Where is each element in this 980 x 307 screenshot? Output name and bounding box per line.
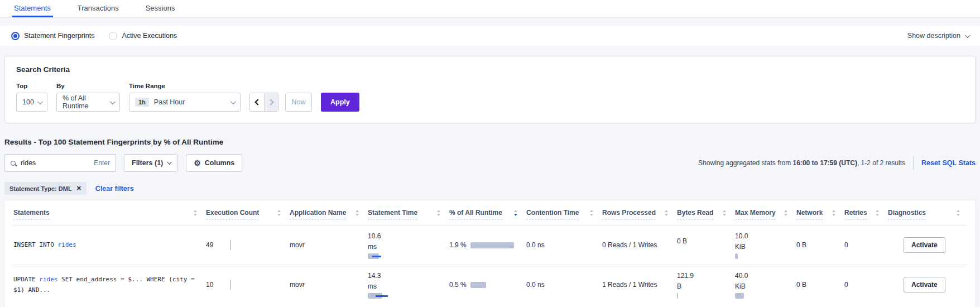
by-field: By % of All Runtime (56, 83, 120, 112)
activate-diagnostics-button[interactable]: Activate (904, 237, 945, 253)
sort-icon-active[interactable] (514, 210, 517, 216)
statement-cell[interactable]: INSERT INTO rides (12, 226, 205, 265)
network-cell: 0 B (795, 265, 843, 305)
network-cell: 0 B (795, 226, 843, 265)
columns-button[interactable]: ⚙ Columns (186, 154, 242, 172)
filters-button[interactable]: Filters (1) (124, 154, 178, 172)
sort-icon[interactable] (665, 210, 668, 216)
top-field: Top 100 (16, 83, 47, 112)
activate-diagnostics-button[interactable]: Activate (904, 277, 945, 292)
max-memory-cell: 40.0 KiB (734, 265, 795, 305)
col-header-statements: Statements (12, 200, 205, 226)
by-select-value: % of All Runtime (63, 94, 110, 110)
table-row: UPDATE rides SET end_address = $... WHER… (12, 265, 968, 305)
prev-time-button[interactable] (250, 93, 264, 111)
max-memory-bar (735, 253, 791, 259)
chevron-down-icon (230, 99, 236, 104)
sort-icon[interactable] (590, 210, 593, 216)
diagnostics-cell: Activate (887, 265, 968, 305)
execution-count-cell: 49 (205, 226, 289, 265)
bytes-read-cell: 121.9 B (676, 265, 734, 305)
now-button[interactable]: Now (285, 93, 312, 112)
count-bar (230, 240, 231, 250)
statements-table-panel: Statements Execution Count Application N… (4, 200, 976, 307)
application-name-cell: movr (289, 265, 367, 305)
time-range-label: Time Range (129, 83, 241, 89)
sort-icon[interactable] (194, 210, 197, 216)
next-time-button[interactable] (264, 93, 278, 111)
sort-icon[interactable] (356, 210, 359, 216)
search-value[interactable]: rides (21, 159, 94, 167)
time-nav-group (249, 93, 278, 112)
sort-icon[interactable] (832, 210, 835, 216)
sort-icon[interactable] (876, 210, 879, 216)
chevron-down-icon (37, 99, 43, 104)
chevron-down-icon (110, 99, 116, 104)
statements-table: Statements Execution Count Application N… (12, 200, 968, 304)
remove-filter-icon[interactable]: ✕ (76, 185, 81, 192)
statement-link[interactable]: rides (39, 276, 57, 283)
chevron-down-icon (965, 32, 971, 38)
tab-transactions[interactable]: Transactions (75, 4, 121, 17)
retries-cell: 0 (843, 265, 887, 305)
statement-link[interactable]: rides (57, 241, 76, 248)
col-header-runtime-pct: % of All Runtime (448, 200, 525, 226)
sort-icon[interactable] (784, 210, 787, 216)
col-header-statement-time: Statement Time (367, 200, 448, 226)
tab-sessions[interactable]: Sessions (143, 4, 177, 17)
top-select[interactable]: 100 (16, 93, 47, 112)
stats-time-range: 16:00 to 17:59 (UTC) (793, 159, 857, 167)
statement-cell[interactable]: UPDATE rides SET end_address = $... WHER… (12, 265, 205, 305)
results-toolbar: rides Enter Filters (1) ⚙ Columns Showin… (4, 154, 976, 172)
diagnostics-cell: Activate (887, 226, 968, 265)
col-header-application-name: Application Name (289, 200, 367, 226)
clear-filters-link[interactable]: Clear filters (95, 185, 134, 193)
col-header-bytes-read: Bytes Read (676, 200, 734, 226)
active-filters-row: Statement Type: DML ✕ Clear filters (4, 182, 976, 195)
radio-statement-fingerprints[interactable]: Statement Fingerprints (11, 32, 94, 40)
col-header-execution-count: Execution Count (205, 200, 289, 226)
contention-time-cell: 0.0 ns (525, 265, 601, 305)
aggregated-stats-text: Showing aggregated stats from 16:00 to 1… (698, 159, 905, 167)
col-header-rows-processed: Rows Processed (601, 200, 676, 226)
sort-icon[interactable] (723, 210, 726, 216)
col-header-contention-time: Contention Time (525, 200, 601, 226)
search-input[interactable]: rides Enter (4, 154, 116, 172)
retries-cell: 0 (843, 226, 887, 265)
sort-icon[interactable] (437, 210, 440, 216)
count-bar (230, 280, 231, 290)
reset-sql-stats-link[interactable]: Reset SQL Stats (921, 159, 976, 167)
application-name-cell: movr (289, 226, 367, 265)
radio-label: Active Executions (122, 32, 177, 40)
results-heading: Results - Top 100 Statement Fingerprints… (4, 138, 976, 146)
chevron-down-icon (167, 160, 171, 164)
top-label: Top (16, 83, 47, 89)
time-range-value: Past Hour (154, 98, 185, 106)
radio-selected-icon (11, 32, 20, 40)
table-header-row: Statements Execution Count Application N… (12, 200, 968, 226)
runtime-bar (470, 282, 486, 288)
sort-icon[interactable] (277, 210, 281, 216)
by-label: By (56, 83, 120, 89)
by-select[interactable]: % of All Runtime (56, 93, 120, 112)
time-range-select[interactable]: 1h Past Hour (129, 93, 241, 112)
rows-processed-cell: 0 Reads / 1 Writes (601, 226, 676, 265)
col-header-diagnostics: Diagnostics (887, 200, 968, 226)
bytes-read-bar (677, 248, 729, 254)
search-enter-button[interactable]: Enter (94, 159, 110, 167)
show-description-label: Show description (907, 32, 960, 40)
tab-statements[interactable]: Statements (12, 4, 53, 17)
runtime-bar (470, 242, 514, 248)
filter-chip-label: Statement Type: DML (9, 185, 72, 192)
search-icon (11, 161, 16, 166)
col-header-network: Network (795, 200, 843, 226)
rows-processed-cell: 1 Reads / 1 Writes (601, 265, 676, 305)
radio-active-executions[interactable]: Active Executions (109, 32, 177, 40)
apply-button[interactable]: Apply (321, 93, 359, 112)
sort-icon[interactable] (957, 210, 960, 216)
time-range-badge: 1h (135, 98, 149, 107)
page-tab-bar: Statements Transactions Sessions (0, 0, 980, 18)
bytes-read-bar (677, 293, 729, 299)
filter-chip-statement-type: Statement Type: DML ✕ (4, 182, 87, 195)
show-description-toggle[interactable]: Show description (907, 32, 969, 40)
